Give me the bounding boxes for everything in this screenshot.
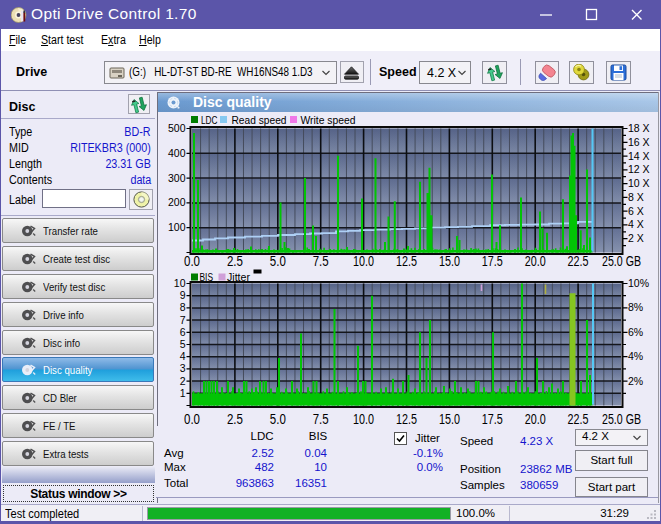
svg-text:7.5: 7.5 (313, 253, 329, 269)
svg-text:0.0: 0.0 (184, 253, 200, 269)
svg-text:200: 200 (168, 196, 186, 208)
svg-text:12 X: 12 X (628, 163, 650, 175)
svg-text:LDC: LDC (201, 114, 218, 126)
svg-text:7.5: 7.5 (313, 411, 329, 427)
svg-text:7: 7 (180, 314, 186, 326)
svg-text:500: 500 (168, 122, 186, 134)
svg-text:0.0: 0.0 (184, 411, 200, 427)
svg-text:15.0: 15.0 (439, 253, 460, 269)
svg-text:6 X: 6 X (628, 205, 644, 217)
svg-text:25.0 GB: 25.0 GB (602, 411, 641, 427)
svg-text:5.0: 5.0 (270, 253, 286, 269)
svg-text:10%: 10% (628, 277, 649, 289)
svg-text:100: 100 (168, 221, 186, 233)
svg-text:9: 9 (180, 289, 186, 301)
svg-text:2%: 2% (628, 375, 643, 387)
svg-text:300: 300 (168, 172, 186, 184)
svg-text:12.5: 12.5 (396, 411, 417, 427)
svg-text:10 X: 10 X (628, 177, 650, 189)
svg-text:18 X: 18 X (628, 122, 650, 134)
svg-text:17.5: 17.5 (482, 253, 503, 269)
svg-text:400: 400 (168, 147, 186, 159)
svg-text:4%: 4% (628, 350, 643, 362)
svg-text:14 X: 14 X (628, 150, 650, 162)
svg-text:5: 5 (180, 338, 186, 350)
svg-text:8 X: 8 X (628, 191, 644, 203)
svg-text:Write speed: Write speed (301, 114, 356, 126)
svg-text:BIS: BIS (200, 271, 214, 283)
svg-text:2.5: 2.5 (227, 411, 243, 427)
svg-text:22.5: 22.5 (568, 411, 589, 427)
svg-text:Jitter: Jitter (227, 271, 250, 283)
svg-text:25.0 GB: 25.0 GB (602, 253, 641, 269)
svg-text:15.0: 15.0 (439, 411, 460, 427)
svg-text:2.5: 2.5 (227, 253, 243, 269)
svg-text:5.0: 5.0 (270, 411, 286, 427)
svg-text:4: 4 (180, 350, 186, 362)
svg-text:Read speed: Read speed (232, 114, 287, 126)
svg-text:2 X: 2 X (628, 232, 644, 244)
svg-text:10.0: 10.0 (353, 253, 374, 269)
svg-text:16 X: 16 X (628, 136, 650, 148)
svg-text:20.0: 20.0 (525, 253, 546, 269)
svg-text:10.0: 10.0 (353, 411, 374, 427)
svg-text:17.5: 17.5 (482, 411, 503, 427)
svg-text:12.5: 12.5 (396, 253, 417, 269)
svg-text:20.0: 20.0 (525, 411, 546, 427)
svg-text:1: 1 (180, 387, 186, 399)
svg-text:4 X: 4 X (628, 218, 644, 230)
svg-text:6: 6 (180, 326, 186, 338)
svg-text:8: 8 (180, 301, 186, 313)
svg-text:6%: 6% (628, 326, 643, 338)
svg-text:10: 10 (174, 277, 186, 289)
svg-text:8%: 8% (628, 301, 643, 313)
svg-text:3: 3 (180, 362, 186, 374)
svg-text:22.5: 22.5 (568, 253, 589, 269)
svg-text:2: 2 (180, 375, 186, 387)
